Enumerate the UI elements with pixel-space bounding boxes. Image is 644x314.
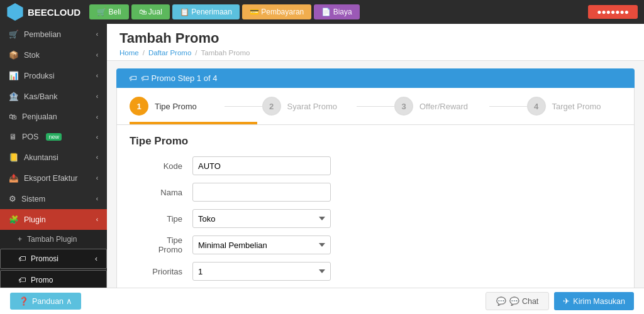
select-prioritas[interactable]: 1 <box>192 262 331 281</box>
sidebar-item-promo[interactable]: 2 🏷 Promo <box>0 270 107 288</box>
chevron-icon: ‹ <box>96 216 98 223</box>
sidebar-item-label: Kas/Bank <box>24 92 58 101</box>
bottom-bar: ❓ Panduan ∧ 💬 💬 Chat ✈ Kirim Masukan <box>0 288 644 314</box>
form-row-tipe-promo: TipePromo Minimal Pembelian <box>130 236 621 254</box>
chevron-icon: ‹ <box>95 254 97 263</box>
logo-icon <box>6 3 24 21</box>
pos-icon: 🖥 <box>9 133 17 141</box>
kasbank-icon: 🏦 <box>9 92 19 101</box>
sidebar-item-promosi[interactable]: 1 🏷 Promosi ‹ <box>0 249 107 269</box>
sidebar-item-label: Stok <box>24 51 40 60</box>
user-badge[interactable]: ●●●●●●● <box>588 5 638 19</box>
form-row-kode: Kode <box>130 156 621 175</box>
form-row-nama: Nama <box>130 183 621 202</box>
sidebar-item-produksi[interactable]: 📊 Produksi ‹ <box>0 65 107 86</box>
new-badge: new <box>46 133 62 141</box>
sidebar-item-label: Promosi <box>31 254 58 263</box>
step-divider-3 <box>489 106 527 107</box>
sidebar-item-label: Penjualan <box>22 112 57 121</box>
sidebar-item-penjualan[interactable]: 🛍 Penjualan ‹ <box>0 107 107 127</box>
chevron-icon: ‹ <box>96 31 98 38</box>
chevron-icon: ‹ <box>96 93 98 100</box>
kirim-label: Kirim Masukan <box>573 297 625 306</box>
form-row-tipe: Tipe Toko <box>130 209 621 228</box>
step-bar-icon: 🏷 <box>129 73 137 83</box>
step-label-2: Syarat Promo <box>287 102 337 111</box>
chat-button[interactable]: 💬 💬 Chat <box>486 292 549 310</box>
breadcrumb-home[interactable]: Home <box>119 49 139 57</box>
page-header: Tambah Promo Home / Daftar Promo / Tamba… <box>107 24 644 61</box>
jual-button[interactable]: 🛍 Jual <box>131 4 170 19</box>
sidebar-item-label: Tambah Plugin <box>27 235 77 244</box>
step-bar: 🏷 🏷 Promo Step 1 of 4 <box>116 68 635 88</box>
form-title: Tipe Promo <box>130 135 621 148</box>
chevron-icon: ‹ <box>96 154 98 161</box>
sidebar-item-label: Sistem <box>21 195 45 203</box>
step-circle-3: 3 <box>394 97 413 116</box>
sidebar-item-plugin[interactable]: 🧩 Plugin ‹ <box>0 209 107 230</box>
step-label-4: Target Promo <box>552 102 601 111</box>
plus-icon: + <box>18 235 22 244</box>
step-4: 4 Target Promo <box>527 97 622 116</box>
logo: BEECLOUD <box>6 3 80 21</box>
main-content: Tambah Promo Home / Daftar Promo / Tamba… <box>107 24 644 288</box>
chevron-icon: ‹ <box>96 114 98 121</box>
chevron-icon: ‹ <box>96 72 98 79</box>
beli-button[interactable]: 🛒 Beli <box>89 4 128 19</box>
step-circle-4: 4 <box>527 97 546 116</box>
breadcrumb-current: Tambah Promo <box>201 49 250 57</box>
input-nama[interactable] <box>192 183 331 202</box>
produksi-icon: 📊 <box>9 71 19 80</box>
select-tipe-promo[interactable]: Minimal Pembelian <box>192 236 331 254</box>
step-2: 2 Syarat Promo <box>262 97 357 116</box>
sidebar-item-eksport[interactable]: 📤 Eksport Efaktur ‹ <box>0 168 107 188</box>
sidebar-item-label: Akuntansi <box>24 153 58 162</box>
input-kode[interactable] <box>192 156 331 175</box>
kirim-button[interactable]: ✈ Kirim Masukan <box>554 292 634 310</box>
sidebar-item-pembelian[interactable]: 🛒 Pembelian ‹ <box>0 24 107 45</box>
eksport-icon: 📤 <box>9 173 19 183</box>
sidebar-item-akuntansi[interactable]: 📒 Akuntansi ‹ <box>0 147 107 168</box>
chevron-icon: ‹ <box>96 51 98 58</box>
page-title: Tambah Promo <box>119 30 631 46</box>
panduan-button[interactable]: ❓ Panduan ∧ <box>10 293 81 310</box>
chevron-icon: ‹ <box>96 134 98 141</box>
step-divider-1 <box>225 106 262 107</box>
sidebar-item-label: Produksi <box>24 72 55 80</box>
send-icon: ✈ <box>563 296 570 306</box>
question-icon: ❓ <box>19 296 29 306</box>
akuntansi-icon: 📒 <box>9 153 19 162</box>
steps-container: 1 Tipe Promo 2 Syarat Promo 3 Offer/Rewa… <box>116 88 635 125</box>
sidebar-item-label: Promo <box>31 276 53 284</box>
step-bar-label: 🏷 Promo Step 1 of 4 <box>141 73 217 83</box>
breadcrumb-daftar[interactable]: Daftar Promo <box>148 49 191 57</box>
form-section: Tipe Promo Kode Nama Tipe Toko TipePromo… <box>116 125 635 288</box>
panduan-label: Panduan ∧ <box>32 296 72 306</box>
select-tipe[interactable]: Toko <box>192 209 331 228</box>
sidebar-item-label: POS <box>22 133 38 141</box>
plugin-icon: 🧩 <box>9 215 19 224</box>
sidebar-item-pos[interactable]: 🖥 POS new ‹ <box>0 127 107 147</box>
form-row-prioritas: Prioritas 1 <box>130 262 621 281</box>
step-label-1: Tipe Promo <box>155 102 197 111</box>
sistem-icon: ⚙ <box>9 194 16 203</box>
breadcrumb-sep: / <box>143 49 145 57</box>
pembelian-icon: 🛒 <box>9 30 19 39</box>
step-circle-2: 2 <box>262 97 281 116</box>
sidebar-item-sistem[interactable]: ⚙ Sistem ‹ <box>0 188 107 209</box>
sidebar-item-kasbank[interactable]: 🏦 Kas/Bank ‹ <box>0 86 107 107</box>
breadcrumb-sep: / <box>195 49 197 57</box>
sidebar-item-label: Eksport Efaktur <box>24 174 77 183</box>
chat-label: 💬 Chat <box>509 296 538 306</box>
sidebar-item-stok[interactable]: 📦 Stok ‹ <box>0 45 107 65</box>
label-tipe-promo: TipePromo <box>130 236 192 254</box>
label-prioritas: Prioritas <box>130 267 192 276</box>
logo-text: BEECLOUD <box>28 7 80 18</box>
biaya-button[interactable]: 📄 Biaya <box>314 4 359 19</box>
sidebar-item-tambah-plugin[interactable]: + Tambah Plugin <box>0 230 107 249</box>
penerimaan-button[interactable]: 📋 Penerimaan <box>172 4 240 19</box>
label-tipe: Tipe <box>130 214 192 224</box>
steps-row: 1 Tipe Promo 2 Syarat Promo 3 Offer/Rewa… <box>130 97 621 116</box>
step-1: 1 Tipe Promo <box>130 97 225 116</box>
pembayaran-button[interactable]: 💳 Pembayaran <box>242 4 311 19</box>
